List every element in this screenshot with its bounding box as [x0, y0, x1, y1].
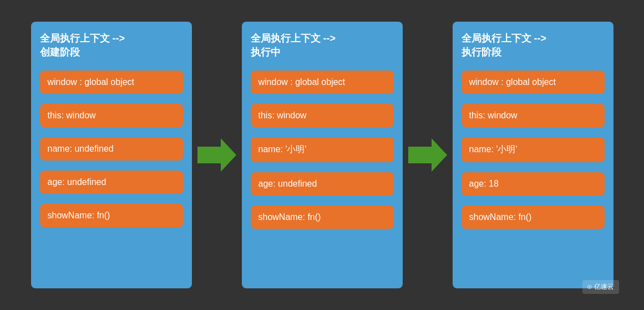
svg-marker-1 — [408, 138, 447, 172]
property-name-2: name: '小明' — [251, 137, 394, 162]
context-box-1: 全局执行上下文 --> 创建阶段 window : global object … — [31, 22, 192, 288]
svg-marker-0 — [197, 138, 236, 172]
property-showname-3: showName: fn() — [462, 206, 605, 229]
property-age-2: age: undefined — [251, 172, 394, 196]
property-window-2: window : global object — [251, 71, 394, 94]
arrow-1 — [197, 138, 236, 172]
context-title-3: 全局执行上下文 --> 执行阶段 — [462, 32, 605, 59]
property-window-1: window : global object — [40, 71, 183, 94]
context-title-1: 全局执行上下文 --> 创建阶段 — [40, 32, 183, 59]
watermark: ⊙ 亿速云 — [582, 280, 618, 294]
arrow-2 — [408, 138, 447, 172]
property-showname-2: showName: fn() — [251, 206, 394, 229]
context-title-2: 全局执行上下文 --> 执行中 — [251, 32, 394, 59]
property-this-1: this: window — [40, 104, 183, 127]
property-age-3: age: 18 — [462, 172, 605, 196]
context-box-2: 全局执行上下文 --> 执行中 window : global object t… — [242, 22, 403, 288]
property-name-1: name: undefined — [40, 137, 183, 161]
context-box-3: 全局执行上下文 --> 执行阶段 window : global object … — [453, 22, 613, 288]
property-this-3: this: window — [462, 104, 605, 127]
property-window-3: window : global object — [462, 71, 605, 94]
property-showname-1: showName: fn() — [40, 204, 183, 227]
property-this-2: this: window — [251, 104, 394, 127]
property-name-3: name: '小明' — [462, 137, 605, 162]
diagram-container: 全局执行上下文 --> 创建阶段 window : global object … — [20, 11, 625, 299]
property-age-1: age: undefined — [40, 171, 183, 194]
